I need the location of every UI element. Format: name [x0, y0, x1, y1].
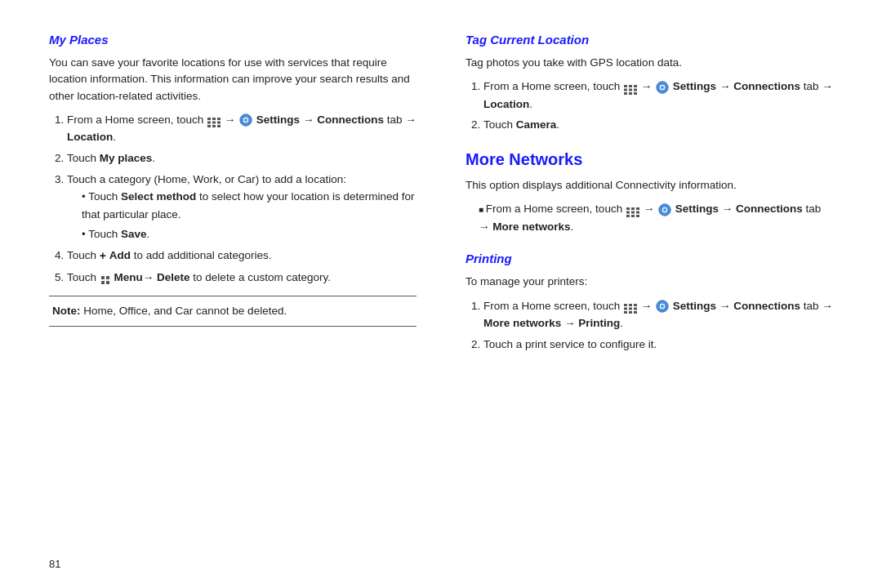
- svg-rect-45: [634, 308, 637, 310]
- camera-label: Camera: [516, 118, 557, 131]
- svg-rect-4: [212, 122, 216, 124]
- right-column: Tag Current Location Tag photos you take…: [466, 33, 833, 564]
- printing-steps: From a Home screen, touch: [466, 297, 833, 354]
- printing-settings-label: Settings: [673, 300, 716, 312]
- svg-rect-28: [626, 207, 630, 210]
- step-5: Touch Menu→ Delete to delete a custom ca…: [67, 269, 416, 287]
- step-2: Touch My places.: [67, 149, 416, 167]
- tag-step-1: From a Home screen, touch: [483, 78, 833, 113]
- page-number: 81: [49, 558, 60, 570]
- apps-icon-4: [624, 301, 637, 311]
- svg-rect-13: [106, 276, 109, 279]
- mn-connections-label: Connections: [736, 203, 803, 215]
- note-label: Note:: [52, 305, 81, 317]
- svg-rect-30: [636, 207, 639, 210]
- printing-title: Printing: [466, 252, 833, 265]
- svg-rect-32: [631, 211, 635, 213]
- printing-more-networks-label: More networks: [483, 317, 561, 329]
- tag-current-location-section: Tag Current Location Tag photos you take…: [466, 33, 833, 134]
- tag-step1-settings: Settings: [673, 80, 716, 92]
- my-places-label: My places: [100, 152, 153, 164]
- bullet-select-method: Touch Select method to select how your l…: [82, 188, 416, 223]
- svg-rect-21: [634, 88, 637, 91]
- svg-rect-34: [626, 215, 630, 217]
- svg-rect-16: [624, 85, 627, 87]
- svg-rect-44: [629, 308, 632, 310]
- my-places-title: My Places: [49, 33, 416, 47]
- more-networks-bullet: From a Home screen, touch: [479, 200, 833, 235]
- printing-step-2: Touch a print service to configure it.: [483, 336, 833, 354]
- select-method-label: Select method: [121, 190, 196, 203]
- printing-section: Printing To manage your printers: From a…: [466, 252, 833, 353]
- step-3: Touch a category (Home, Work, or Car) to…: [67, 171, 416, 243]
- tag-step1-connections: Connections: [733, 80, 800, 92]
- svg-rect-15: [106, 281, 109, 284]
- settings-icon-2: [656, 81, 669, 94]
- svg-rect-12: [101, 276, 105, 279]
- settings-icon: [239, 114, 252, 127]
- svg-rect-8: [217, 125, 220, 127]
- more-networks-section: More Networks This option displays addit…: [466, 150, 833, 235]
- note-box: Note: Home, Office, and Car cannot be de…: [49, 296, 416, 327]
- svg-rect-5: [217, 122, 220, 124]
- tag-current-location-title: Tag Current Location: [466, 33, 833, 47]
- printing-connections-label: Connections: [733, 300, 800, 312]
- svg-rect-41: [629, 304, 632, 306]
- settings-icon-3: [658, 203, 671, 216]
- svg-point-39: [663, 208, 666, 212]
- svg-rect-22: [624, 92, 627, 95]
- svg-rect-0: [207, 118, 211, 120]
- svg-point-27: [661, 86, 664, 89]
- more-networks-title: More Networks: [466, 150, 833, 169]
- settings-icon-4: [656, 300, 669, 313]
- svg-rect-19: [624, 88, 627, 91]
- svg-rect-1: [212, 118, 216, 120]
- step-1: From a Home screen, touch: [67, 111, 416, 146]
- svg-rect-23: [629, 92, 632, 95]
- step1-connections-label: Connections: [317, 114, 384, 126]
- page: My Places You can save your favorite loc…: [0, 0, 882, 588]
- printing-printing-label: Printing: [578, 317, 620, 329]
- svg-rect-29: [631, 207, 635, 210]
- svg-rect-33: [636, 211, 639, 213]
- menu-icon: [100, 273, 110, 283]
- apps-icon-2: [624, 82, 637, 92]
- apps-icon-3: [626, 205, 639, 215]
- printing-intro: To manage your printers:: [466, 274, 833, 290]
- columns: My Places You can save your favorite loc…: [49, 33, 833, 564]
- note-text: Home, Office, and Car cannot be deleted.: [83, 305, 287, 317]
- more-networks-intro: This option displays additional Connecti…: [466, 177, 833, 194]
- svg-rect-40: [624, 304, 627, 306]
- svg-rect-42: [634, 304, 637, 306]
- svg-rect-43: [624, 308, 627, 310]
- svg-rect-17: [629, 85, 632, 87]
- tag-steps: From a Home screen, touch: [466, 78, 833, 134]
- svg-point-11: [244, 118, 247, 122]
- left-column: My Places You can save your favorite loc…: [49, 33, 416, 564]
- svg-rect-7: [212, 125, 216, 127]
- save-label: Save: [121, 228, 147, 240]
- apps-icon: [207, 115, 220, 125]
- svg-rect-24: [634, 92, 637, 95]
- printing-step-1: From a Home screen, touch: [483, 297, 833, 332]
- tag-step1-location: Location: [483, 98, 529, 110]
- svg-rect-2: [217, 118, 220, 120]
- svg-rect-3: [207, 122, 211, 124]
- step1-location-label: Location: [67, 131, 113, 143]
- more-networks-bullets: From a Home screen, touch: [466, 200, 833, 235]
- delete-label: Delete: [157, 271, 190, 283]
- tag-intro: Tag photos you take with GPS location da…: [466, 55, 833, 71]
- svg-rect-48: [634, 311, 637, 314]
- svg-rect-6: [207, 125, 211, 127]
- mn-settings-label: Settings: [675, 203, 719, 215]
- step1-settings-label: Settings: [256, 114, 300, 126]
- mn-more-networks-label: More networks: [492, 220, 570, 233]
- svg-rect-47: [629, 311, 632, 314]
- svg-point-51: [661, 305, 664, 308]
- svg-rect-14: [101, 281, 105, 284]
- step3-bullets: Touch Select method to select how your l…: [67, 188, 416, 243]
- add-icon: +: [100, 247, 106, 265]
- step-4: Touch + Add to add additional categories…: [67, 247, 416, 265]
- svg-rect-36: [636, 215, 639, 217]
- svg-rect-35: [631, 215, 635, 217]
